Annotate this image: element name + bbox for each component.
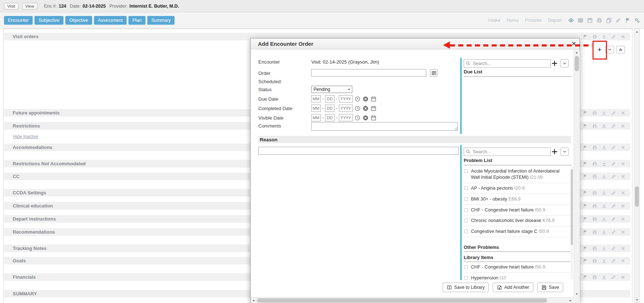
remove-icon[interactable] <box>620 203 625 209</box>
pencil-icon[interactable] <box>611 203 616 209</box>
printer-icon[interactable] <box>592 145 597 150</box>
dialog-hscroll-thumb[interactable] <box>257 298 547 303</box>
checkbox[interactable] <box>464 208 468 212</box>
bookmark-icon[interactable] <box>583 190 588 195</box>
problem-item[interactable]: CHF - Congestive heart failure I50.9 <box>464 205 570 216</box>
printer-icon[interactable] <box>592 161 597 166</box>
remove-icon[interactable] <box>620 124 625 129</box>
bookmark-icon[interactable] <box>583 258 588 263</box>
printer-icon[interactable] <box>592 203 597 209</box>
checkbox[interactable] <box>464 276 468 280</box>
comments-input[interactable] <box>311 122 458 131</box>
bookmark-icon[interactable] <box>583 203 588 209</box>
printer-icon[interactable] <box>592 217 597 222</box>
copy-icon[interactable] <box>606 17 612 23</box>
save-button[interactable]: Save <box>537 283 563 292</box>
add-icon[interactable] <box>551 148 558 155</box>
pencil-icon[interactable] <box>611 110 616 116</box>
scroll-up-icon[interactable]: ▲ <box>574 50 579 55</box>
bookmark-icon[interactable] <box>583 110 588 116</box>
visible-date-yyyy-input[interactable] <box>339 114 353 121</box>
checkbox[interactable] <box>464 186 468 190</box>
calendar-icon[interactable] <box>370 115 377 121</box>
dialog-titlebar[interactable]: Add Encounter Order × <box>251 39 579 49</box>
due-list-search-input[interactable] <box>464 59 551 68</box>
pencil-icon[interactable] <box>611 258 616 263</box>
chevron-down-icon[interactable] <box>561 59 569 68</box>
due-date-mm-input[interactable] <box>311 95 321 102</box>
problem-item[interactable]: Congestive heart failure stage C I50.9 <box>464 226 570 237</box>
download-icon[interactable] <box>602 217 607 222</box>
page-scrollbar-thumb[interactable] <box>635 186 639 207</box>
download-icon[interactable] <box>602 258 607 263</box>
bookmark-icon[interactable] <box>583 174 588 179</box>
calendar-icon[interactable] <box>370 105 377 112</box>
remove-icon[interactable] <box>620 246 625 251</box>
download-icon[interactable] <box>602 275 607 280</box>
remove-icon[interactable] <box>620 217 625 222</box>
remove-icon[interactable] <box>620 145 625 150</box>
scroll-up-icon[interactable]: ▲ <box>634 29 640 35</box>
printer-icon[interactable] <box>592 110 597 116</box>
pencil-icon[interactable] <box>611 145 616 150</box>
download-icon[interactable] <box>602 230 607 235</box>
download-icon[interactable] <box>602 34 607 39</box>
bookmark-icon[interactable] <box>583 34 588 39</box>
pencil-icon[interactable] <box>611 217 616 222</box>
printer-icon[interactable] <box>592 190 597 195</box>
nav-assessment[interactable]: Assessment <box>94 16 127 25</box>
scroll-left-icon[interactable]: ◄ <box>251 298 256 303</box>
problem-item[interactable]: Chronic nonalcoholic liver disease K76.9 <box>464 215 570 226</box>
remove-icon[interactable] <box>620 174 625 179</box>
bookmark-icon[interactable] <box>583 246 588 251</box>
printer-icon[interactable] <box>592 246 597 251</box>
download-icon[interactable] <box>602 190 607 195</box>
clear-icon[interactable] <box>362 96 369 102</box>
problem-list-scrollbar[interactable] <box>571 167 573 279</box>
pencil-icon[interactable] <box>615 17 621 23</box>
clock-icon[interactable] <box>354 105 361 112</box>
hide-inactive-link[interactable]: Hide Inactive <box>13 134 38 139</box>
printer-icon[interactable] <box>592 258 597 263</box>
checkbox[interactable] <box>464 219 468 222</box>
nav-subjective[interactable]: Subjective <box>34 16 63 25</box>
remove-icon[interactable] <box>620 34 625 39</box>
pencil-icon[interactable] <box>611 230 616 235</box>
download-icon[interactable] <box>602 124 607 129</box>
scroll-right-icon[interactable]: ► <box>568 298 573 303</box>
completed-date-dd-input[interactable] <box>325 105 335 112</box>
visit-tab[interactable]: Visit <box>4 3 19 9</box>
visible-date-dd-input[interactable] <box>325 114 335 121</box>
pencil-icon[interactable] <box>611 34 616 39</box>
checkbox[interactable] <box>464 169 468 173</box>
remove-icon[interactable] <box>620 161 625 166</box>
completed-date-yyyy-input[interactable] <box>339 105 353 112</box>
order-input[interactable] <box>311 69 426 77</box>
remove-icon[interactable] <box>620 275 625 280</box>
download-icon[interactable] <box>602 174 607 179</box>
scroll-down-icon[interactable]: ▼ <box>634 297 640 303</box>
flag-icon[interactable] <box>625 17 631 23</box>
double-chevron-up-icon[interactable] <box>616 46 625 53</box>
due-date-yyyy-input[interactable] <box>339 95 353 102</box>
download-icon[interactable] <box>602 110 607 116</box>
remove-icon[interactable] <box>620 190 625 195</box>
pencil-icon[interactable] <box>611 190 616 195</box>
problem-item[interactable]: AP - Angina pectoris I20.9 <box>464 183 570 194</box>
remove-icon[interactable] <box>620 258 625 263</box>
printer-icon[interactable] <box>596 17 602 23</box>
problem-item[interactable]: Acute Myocardial Infarction of Anterolat… <box>464 166 570 183</box>
scroll-down-icon[interactable]: ▼ <box>574 291 579 297</box>
pencil-icon[interactable] <box>611 246 616 251</box>
bookmark-icon[interactable] <box>583 161 588 166</box>
bookmark-icon[interactable] <box>583 217 588 222</box>
download-icon[interactable] <box>602 203 607 209</box>
printer-icon[interactable] <box>592 275 597 280</box>
clock-icon[interactable] <box>354 115 361 121</box>
pencil-icon[interactable] <box>611 275 616 280</box>
nav-objective[interactable]: Objective <box>65 16 92 25</box>
view-tab[interactable]: View <box>22 3 38 9</box>
download-icon[interactable] <box>602 145 607 150</box>
download-icon[interactable] <box>602 246 607 251</box>
pencil-icon[interactable] <box>611 161 616 166</box>
